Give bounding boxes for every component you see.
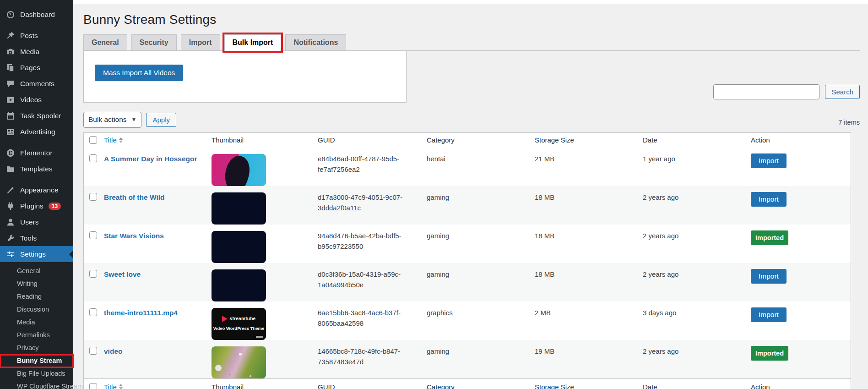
play-icon xyxy=(222,316,228,322)
video-title-link[interactable]: video xyxy=(104,347,122,355)
sliders-icon xyxy=(6,250,15,259)
sidebar-separator xyxy=(0,22,73,27)
submenu-item-media[interactable]: Media xyxy=(0,316,73,329)
column-header-title[interactable]: Title xyxy=(104,383,212,389)
apply-button[interactable]: Apply xyxy=(146,113,176,127)
imported-badge: Imported xyxy=(751,230,788,245)
guid-cell: 94a8d476-b5ae-42ba-bdf5-b95c97223550 xyxy=(318,225,427,263)
tab-notifications[interactable]: Notifications xyxy=(285,34,346,50)
video-title-link[interactable]: Star Wars Visions xyxy=(104,232,164,240)
bulk-actions-row: Bulk actions ▼ Apply 7 items xyxy=(83,112,860,128)
sidebar-item-tools[interactable]: Tools xyxy=(0,230,73,246)
column-label: Title xyxy=(104,136,117,144)
sidebar-item-label: Users xyxy=(20,218,38,226)
submenu-item-discussion[interactable]: Discussion xyxy=(0,303,73,316)
video-thumbnail[interactable] xyxy=(212,192,266,225)
row-checkbox[interactable] xyxy=(89,347,97,355)
category-cell: graphics xyxy=(427,301,535,340)
guid-cell: d0c3f36b-15a0-4319-a59c-1a04a994b50e xyxy=(318,263,427,301)
sidebar-item-label: Elementor xyxy=(20,149,53,157)
submenu-item-general[interactable]: General xyxy=(0,265,73,278)
video-title-link[interactable]: Sweet love xyxy=(104,270,141,278)
sidebar-item-comments[interactable]: Comments xyxy=(0,76,73,92)
sidebar-item-elementor[interactable]: Elementor xyxy=(0,145,73,161)
row-checkbox[interactable] xyxy=(89,308,97,316)
submenu-item-permalinks[interactable]: Permalinks xyxy=(0,329,73,342)
tab-bulk-import[interactable]: Bulk Import xyxy=(224,34,282,51)
sidebar-item-advertising[interactable]: Advertising xyxy=(0,124,73,140)
tab-import[interactable]: Import xyxy=(181,34,220,50)
table-row: A Summer Day in Hossegor e84b46ad-00ff-4… xyxy=(84,148,851,186)
bulk-import-panel: Mass Import All Videos xyxy=(83,51,407,103)
video-title-link[interactable]: A Summer Day in Hossegor xyxy=(104,155,197,163)
storage-cell: 18 MB xyxy=(535,225,643,263)
video-thumbnail[interactable] xyxy=(212,231,266,263)
column-header-date: Date xyxy=(643,136,751,144)
storage-cell: 18 MB xyxy=(535,186,643,225)
import-button[interactable]: Import xyxy=(751,192,787,207)
table-row: Sweet love d0c3f36b-15a0-4319-a59c-1a04a… xyxy=(84,263,851,301)
storage-cell: 2 MB xyxy=(535,301,643,340)
submenu-item-wp-cloudflare-stream[interactable]: WP Cloudflare Stream xyxy=(0,380,73,389)
elementor-icon xyxy=(6,148,15,158)
table-row: video 14665bc8-718c-49fc-b847-73587483e4… xyxy=(84,340,851,378)
sidebar-item-posts[interactable]: Posts xyxy=(0,27,73,44)
submenu-item-writing[interactable]: Writing xyxy=(0,278,73,290)
submenu-item-reading[interactable]: Reading xyxy=(0,290,73,303)
category-cell: gaming xyxy=(427,263,535,301)
import-button[interactable]: Import xyxy=(751,307,787,322)
column-header-guid: GUID xyxy=(318,136,427,144)
date-cell: 2 years ago xyxy=(643,340,751,378)
column-header-thumbnail: Thumbnail xyxy=(212,136,318,144)
tab-security[interactable]: Security xyxy=(131,34,177,50)
search-button[interactable]: Search xyxy=(825,85,860,99)
sidebar-item-dashboard[interactable]: Dashboard xyxy=(0,6,73,22)
video-thumbnail[interactable] xyxy=(212,154,266,186)
imported-badge: Imported xyxy=(751,346,788,361)
submenu-item-big-file-uploads[interactable]: Big File Uploads xyxy=(0,367,73,380)
import-button[interactable]: Import xyxy=(751,153,787,168)
category-cell: gaming xyxy=(427,225,535,263)
sidebar-item-plugins[interactable]: Plugins 13 xyxy=(0,198,73,214)
search-input[interactable] xyxy=(713,84,819,99)
sidebar-item-settings[interactable]: Settings xyxy=(0,246,73,262)
video-thumbnail[interactable]: streamtube Video WordPress Theme xyxy=(212,308,266,340)
sidebar-item-videos[interactable]: Videos xyxy=(0,92,73,108)
row-checkbox[interactable] xyxy=(89,270,97,278)
user-icon xyxy=(6,218,15,227)
top-strip xyxy=(73,0,868,4)
video-thumbnail[interactable] xyxy=(212,269,266,301)
video-title-link[interactable]: theme-intro11111.mp4 xyxy=(104,309,178,317)
select-all-checkbox[interactable] xyxy=(89,136,97,144)
date-cell: 3 days ago xyxy=(643,301,751,340)
bulk-actions-select[interactable]: Bulk actions ▼ xyxy=(83,112,141,128)
column-header-title[interactable]: Title xyxy=(104,136,212,144)
video-thumbnail[interactable] xyxy=(212,346,266,378)
import-button[interactable]: Import xyxy=(751,269,787,284)
row-checkbox[interactable] xyxy=(89,154,97,162)
row-checkbox[interactable] xyxy=(89,231,97,239)
guid-cell: d17a3000-47c9-4051-9c07-3ddda2f0a11c xyxy=(318,186,427,225)
row-checkbox[interactable] xyxy=(89,193,97,201)
column-header-storage: Storage Size xyxy=(535,136,643,144)
sidebar-item-pages[interactable]: Pages xyxy=(0,60,73,76)
dashboard-icon xyxy=(6,10,15,19)
storage-cell: 21 MB xyxy=(535,148,643,186)
submenu-item-bunny-stream[interactable]: Bunny Stream xyxy=(0,355,73,367)
newspaper-icon xyxy=(6,127,15,137)
column-header-date: Date xyxy=(643,383,751,389)
sidebar-item-media[interactable]: Media xyxy=(0,44,73,60)
sidebar-item-templates[interactable]: Templates xyxy=(0,161,73,177)
video-title-link[interactable]: Breath of the Wild xyxy=(104,193,164,201)
sidebar-item-label: Advertising xyxy=(20,128,55,136)
sidebar-item-users[interactable]: Users xyxy=(0,214,73,230)
video-play-icon xyxy=(6,95,15,104)
select-all-checkbox[interactable] xyxy=(89,383,97,389)
sidebar-item-task-spooler[interactable]: Task Spooler xyxy=(0,108,73,124)
column-header-thumbnail: Thumbnail xyxy=(212,383,318,389)
sidebar-item-appearance[interactable]: Appearance xyxy=(0,182,73,198)
tab-general[interactable]: General xyxy=(83,34,127,50)
mass-import-all-videos-button[interactable]: Mass Import All Videos xyxy=(95,65,183,81)
submenu-item-privacy[interactable]: Privacy xyxy=(0,342,73,355)
search-row: Search xyxy=(713,84,860,99)
